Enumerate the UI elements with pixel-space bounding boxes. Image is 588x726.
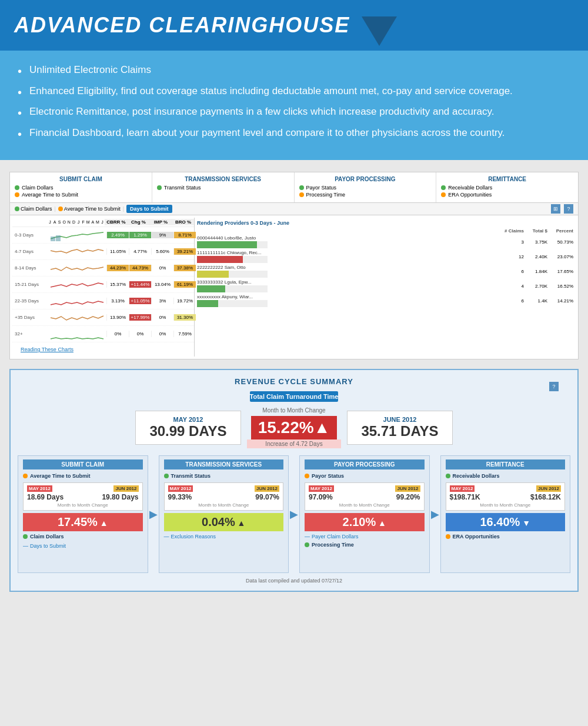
provider-row-0: 0000444440 Lobo/Be, Justo 3 3.75K 50.73% — [197, 235, 573, 248]
stat-bro-5: 31.30% — [173, 314, 196, 321]
claim-dollars-link-dot — [23, 534, 28, 539]
chart-left: J A S O N D J F M A M J CBRR % — [12, 218, 195, 357]
cbrr-header: CBRR % — [105, 219, 127, 225]
submit-change-pct: 17.45% — [23, 513, 143, 531]
payer-claim-link[interactable]: Payer Claim Dollars — [305, 534, 425, 539]
reading-charts-link[interactable]: Reading These Charts — [12, 342, 194, 357]
bottom-col-transmission: TRANSMISSION SERVICES Transmit Status MA… — [159, 455, 289, 573]
processing-time-b-item[interactable]: Processing Time — [305, 542, 425, 548]
rcs-help-icon[interactable]: ? — [549, 382, 559, 391]
rcs-help-btn[interactable]: ? — [548, 382, 559, 391]
stat-imp-4: 3% — [151, 298, 173, 304]
p0-total: 3.75K — [526, 239, 547, 245]
processing-time-b-label: Processing Time — [312, 542, 354, 548]
month-F: F — [81, 220, 86, 224]
chart-row-4-7: 4-7 Days 11.05% 4.77% 5.60% 39.21% — [12, 244, 194, 260]
payer-claim-label: Payer Claim Dollars — [312, 534, 359, 539]
bottom-col-title-payor: PAYOR PROCESSING — [305, 459, 425, 469]
provider-name-0: 0000444440 Lobo/Be, Justo — [197, 235, 498, 241]
mini-metrics-payor: MAY 2012 JUN 2012 97.09% 99.20% Month to… — [305, 482, 425, 511]
help-icon[interactable]: ? — [564, 204, 573, 214]
stat-chg-4: +11.05% — [129, 298, 151, 304]
provider-name-3: 3333333332 Lgula, Epw... — [197, 279, 498, 285]
payor-jun-val: 99.20% — [396, 493, 420, 501]
stat-imp-6: 0% — [151, 331, 173, 337]
reading-charts-text[interactable]: Reading These Charts — [16, 344, 78, 355]
transmission-col: TRANSMISSION SERVICES Transmit Status — [152, 172, 295, 202]
tab-days-to-submit[interactable]: Days to Submit — [126, 205, 172, 213]
stat-bro-0: 8.71% — [173, 232, 196, 238]
chart-row-22-35: 22-35 Days 3.13% +11.05% 3% 19.72% — [12, 293, 194, 309]
claim-dollars-dot — [15, 185, 19, 190]
days-to-submit-link-label: Days to Submit — [30, 543, 66, 549]
feature-item-2: Enhanced Eligibility, find out coverage … — [18, 84, 570, 99]
p2-total: 1.84K — [526, 269, 547, 274]
feature-list: Unlimited Electronic Claims Enhanced Eli… — [0, 51, 588, 160]
tab-avg-time[interactable]: Average Time to Submit — [58, 206, 121, 212]
payor-change-pct: 2.10% — [305, 513, 425, 531]
era-b-label: ERA Opportunities — [453, 534, 500, 539]
change-metrics: Month to Month Change 15.22%▲ Increase o… — [241, 407, 347, 448]
stat-cbrr-1: 11.05% — [106, 248, 129, 255]
provider-row-1: 1111111111c Chkwugo, Rec... 12 2.40K 23.… — [197, 250, 573, 263]
june-label: JUNE 2012 — [359, 416, 440, 423]
header-bookmark-icon — [362, 16, 397, 46]
expand-icon[interactable]: ⊞ — [551, 204, 560, 214]
stat-imp-2: 0% — [151, 265, 173, 271]
avg-time-dot — [15, 192, 19, 197]
payor-status-b-dot — [305, 474, 309, 478]
days-label-4-7: 4-7 Days — [12, 249, 48, 254]
rcs-title: REVENUE CYCLE SUMMARY — [18, 377, 570, 386]
claim-dollars-item: Claim Dollars — [15, 185, 147, 191]
payer-claim-dash — [305, 534, 310, 539]
tab-claim-dollars[interactable]: Claim Dollars — [15, 206, 52, 212]
bottom-col-title-submit: SUBMIT CLAIM — [23, 459, 143, 469]
payor-change-label: Month to Month Change — [309, 502, 420, 508]
payor-status-b-label: Payor Status — [312, 473, 344, 479]
payor-status-dot — [299, 185, 304, 190]
tab-claim-label: Claim Dollars — [21, 206, 52, 212]
provider-name-1: 1111111111c Chkwugo, Rec... — [197, 250, 498, 255]
may-value: 30.99 DAYS — [148, 423, 229, 439]
provider-row-3: 3333333332 Lgula, Epw... 4 2.70K 16.52% — [197, 279, 573, 292]
days-to-submit-link[interactable]: Days to Submit — [23, 543, 143, 549]
provider-table-title: Rendering Providers 0-3 Days - June — [197, 220, 573, 226]
submit-claim-col: SUBMIT CLAIM Claim Dollars Average Time … — [10, 172, 152, 202]
june-value: 35.71 DAYS — [359, 423, 440, 439]
provider-bar-4 — [197, 300, 218, 307]
remit-may-date: MAY 2012 — [450, 485, 475, 492]
payor-title: PAYOR PROCESSING — [299, 176, 432, 182]
sparkline-35plus — [48, 311, 106, 325]
avg-time-label: Average Time to Submit — [22, 192, 78, 198]
processing-time-dot — [299, 192, 304, 197]
avg-time-submit-label: Average Time to Submit — [30, 473, 91, 479]
era-b-item[interactable]: ERA Opportunities — [446, 534, 566, 539]
month-A: A — [52, 220, 57, 224]
p3-claims: 4 — [500, 284, 524, 289]
processing-time-b-dot — [305, 542, 309, 547]
exclusion-reasons-link[interactable]: Exclusion Reasons — [164, 534, 284, 539]
provider-table: Rendering Providers 0-3 Days - June # Cl… — [195, 218, 576, 357]
feature-item-3: Electronic Remittance, post insurance pa… — [18, 104, 570, 119]
claim-dollars-link[interactable]: Claim Dollars — [23, 534, 143, 539]
p3-pct: 16.52% — [550, 284, 573, 289]
month-J: J — [48, 220, 52, 224]
provider-bar-0 — [197, 241, 257, 248]
transmit-status-dot — [157, 185, 162, 190]
sparkline-4-7 — [48, 245, 106, 259]
sparkline-22-35 — [48, 294, 106, 308]
p2-pct: 17.65% — [550, 269, 573, 274]
provider-name-2: 2222222222 Sam, Otto — [197, 265, 498, 270]
chart-row-35plus: +35 Days 13.90% +17.99% 0% 31.30% — [12, 309, 194, 326]
mini-metrics-remittance: MAY 2012 JUN 2012 $198.71K $168.12K Mont… — [446, 482, 566, 511]
tab-avg-label: Average Time to Submit — [64, 206, 121, 212]
stat-cbrr-6: 0% — [106, 331, 129, 337]
main-content: SUBMIT CLAIM Claim Dollars Average Time … — [0, 160, 588, 604]
submit-jun-val: 19.80 Days — [102, 493, 138, 501]
days-to-submit-dash — [23, 543, 28, 549]
trans-may-val: 99.33% — [168, 493, 192, 501]
payor-jun-date: JUN 2012 — [395, 485, 420, 492]
provider-row-2: 2222222222 Sam, Otto 6 1.84K 17.65% — [197, 265, 573, 278]
p0-pct: 50.73% — [550, 239, 573, 245]
arrow-1: ▶ — [148, 508, 159, 521]
